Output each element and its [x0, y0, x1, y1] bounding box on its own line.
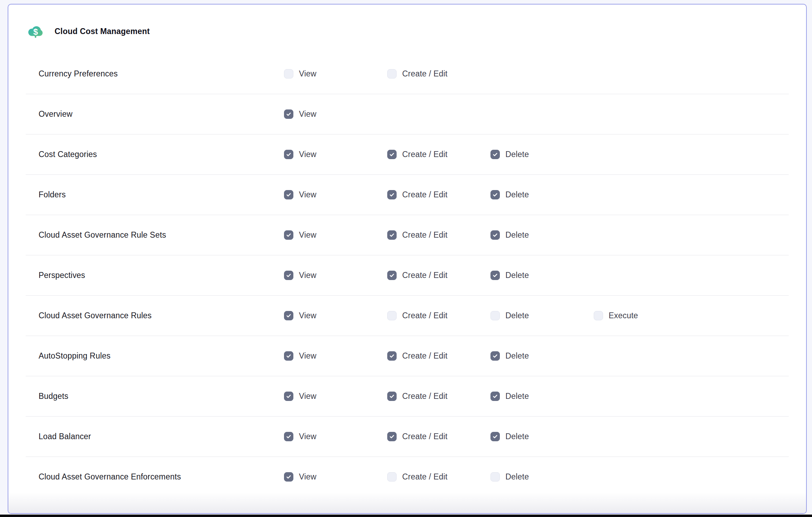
create-edit-checkbox-label: Create / Edit [402, 230, 447, 240]
row-cells: ViewCreate / EditDelete [284, 190, 789, 199]
delete-checkbox[interactable] [490, 150, 500, 159]
permission-cell-view: View [284, 392, 387, 401]
view-checkbox-label: View [299, 271, 316, 280]
delete-checkbox-label: Delete [505, 271, 529, 280]
checkmark-icon [389, 353, 395, 359]
create-edit-checkbox[interactable] [387, 432, 397, 441]
view-checkbox[interactable] [284, 392, 293, 401]
permission-cell-view: View [284, 69, 387, 79]
delete-checkbox[interactable] [490, 432, 500, 441]
create-edit-checkbox[interactable] [387, 311, 397, 320]
checkmark-icon [286, 393, 292, 399]
row-label: Overview [26, 109, 284, 119]
checkmark-icon [286, 272, 292, 278]
view-checkbox-label: View [299, 311, 316, 320]
create-edit-checkbox[interactable] [387, 69, 397, 79]
create-edit-checkbox[interactable] [387, 230, 397, 240]
view-checkbox[interactable] [284, 351, 293, 361]
delete-checkbox-label: Delete [505, 392, 529, 401]
view-checkbox[interactable] [284, 150, 293, 159]
create-edit-checkbox[interactable] [387, 351, 397, 361]
delete-checkbox[interactable] [490, 190, 500, 199]
create-edit-checkbox-label: Create / Edit [402, 271, 447, 280]
bottom-edge-bar [0, 515, 812, 517]
execute-checkbox[interactable] [594, 311, 603, 320]
permission-cell-delete: Delete [490, 150, 594, 159]
view-checkbox[interactable] [284, 109, 293, 119]
row-label: Load Balancer [26, 432, 284, 441]
permission-cell-view: View [284, 432, 387, 441]
permission-row: AutoStopping Rules ViewCreate / EditDele… [26, 336, 789, 376]
row-label: Cloud Asset Governance Enforcements [26, 472, 284, 482]
delete-checkbox[interactable] [490, 230, 500, 240]
create-edit-checkbox[interactable] [387, 271, 397, 280]
view-checkbox[interactable] [284, 271, 293, 280]
row-cells: ViewCreate / EditDeleteExecute [284, 311, 789, 320]
row-cells: ViewCreate / EditDelete [284, 472, 789, 482]
checkmark-icon [389, 272, 395, 278]
permissions-list: Currency Preferences ViewCreate / Edit O… [26, 54, 789, 497]
row-label: AutoStopping Rules [26, 351, 284, 361]
permission-cell-create-edit: Create / Edit [387, 190, 490, 199]
permission-row: Load Balancer ViewCreate / EditDelete [26, 416, 789, 457]
view-checkbox[interactable] [284, 190, 293, 199]
row-cells: ViewCreate / EditDelete [284, 351, 789, 361]
permission-cell-delete: Delete [490, 230, 594, 240]
checkmark-icon [286, 353, 292, 359]
row-label: Cloud Asset Governance Rules [26, 311, 284, 320]
view-checkbox[interactable] [284, 432, 293, 441]
checkmark-icon [389, 192, 395, 198]
view-checkbox-label: View [299, 351, 316, 361]
delete-checkbox-label: Delete [505, 150, 529, 159]
checkmark-icon [286, 192, 292, 198]
checkmark-icon [492, 272, 498, 278]
delete-checkbox[interactable] [490, 392, 500, 401]
permission-cell-view: View [284, 190, 387, 199]
create-edit-checkbox[interactable] [387, 392, 397, 401]
view-checkbox[interactable] [284, 230, 293, 240]
module-title: Cloud Cost Management [55, 27, 150, 36]
view-checkbox[interactable] [284, 69, 293, 79]
checkmark-icon [492, 353, 498, 359]
permission-cell-delete: Delete [490, 351, 594, 361]
row-label: Cost Categories [26, 150, 284, 159]
create-edit-checkbox[interactable] [387, 472, 397, 482]
delete-checkbox-label: Delete [505, 432, 529, 441]
checkmark-icon [389, 434, 395, 440]
permission-row: Perspectives ViewCreate / EditDelete [26, 255, 789, 295]
delete-checkbox[interactable] [490, 472, 500, 482]
view-checkbox-label: View [299, 392, 316, 401]
create-edit-checkbox[interactable] [387, 150, 397, 159]
checkmark-icon [389, 393, 395, 399]
checkmark-icon [286, 232, 292, 238]
create-edit-checkbox-label: Create / Edit [402, 472, 447, 482]
permission-cell-view: View [284, 311, 387, 320]
create-edit-checkbox-label: Create / Edit [402, 311, 447, 320]
permission-row: Budgets ViewCreate / EditDelete [26, 376, 789, 416]
delete-checkbox[interactable] [490, 351, 500, 361]
permission-cell-execute: Execute [594, 311, 697, 320]
row-cells: ViewCreate / EditDelete [284, 392, 789, 401]
execute-checkbox-label: Execute [609, 311, 638, 320]
delete-checkbox-label: Delete [505, 351, 529, 361]
checkmark-icon [492, 151, 498, 157]
permission-cell-create-edit: Create / Edit [387, 311, 490, 320]
row-cells: View [284, 109, 789, 119]
view-checkbox-label: View [299, 472, 316, 482]
delete-checkbox-label: Delete [505, 230, 529, 240]
view-checkbox[interactable] [284, 472, 293, 482]
delete-checkbox[interactable] [490, 271, 500, 280]
cloud-dollar-icon: $ [27, 24, 44, 39]
create-edit-checkbox[interactable] [387, 190, 397, 199]
delete-checkbox[interactable] [490, 311, 500, 320]
permission-cell-view: View [284, 271, 387, 280]
permission-cell-create-edit: Create / Edit [387, 472, 490, 482]
create-edit-checkbox-label: Create / Edit [402, 190, 447, 199]
row-label: Perspectives [26, 271, 284, 280]
create-edit-checkbox-label: Create / Edit [402, 432, 447, 441]
permission-cell-create-edit: Create / Edit [387, 392, 490, 401]
svg-text:$: $ [33, 27, 38, 36]
permission-row: Cloud Asset Governance Rule Sets ViewCre… [26, 215, 789, 255]
permission-row: Overview View [26, 94, 789, 134]
view-checkbox[interactable] [284, 311, 293, 320]
